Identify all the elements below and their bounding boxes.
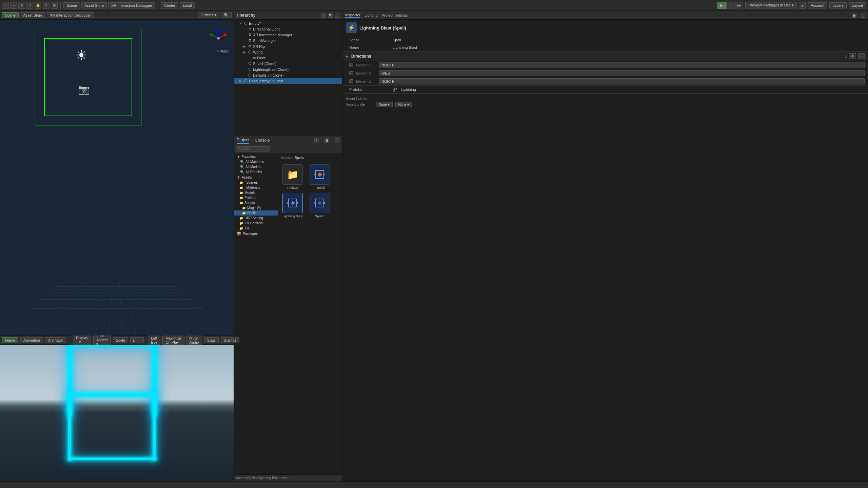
models-folder[interactable]: 📁 Models <box>234 190 278 195</box>
xr-folder[interactable]: 📁 XR <box>234 226 278 231</box>
project-add-btn[interactable]: + <box>314 138 319 143</box>
element-1-checkbox[interactable] <box>349 71 353 75</box>
asset-store-view-tab[interactable]: Asset Store <box>20 12 45 18</box>
hierarchy-item-floor[interactable]: ▭ Floor <box>234 55 342 61</box>
hierarchy-more-btn[interactable]: ⋮ <box>335 13 339 18</box>
xrrig-icon: ⚙ <box>248 44 252 48</box>
toolbar-icon-2[interactable]: ↔ <box>10 2 17 9</box>
asset-store-tab[interactable]: Asset Store <box>81 2 107 8</box>
animation-tab[interactable]: Animation <box>20 337 43 343</box>
element-2-value[interactable]: NORTH <box>379 78 865 84</box>
project-lock-btn[interactable]: 🔒 <box>324 138 329 143</box>
breadcrumb-spells[interactable]: Spells <box>295 156 304 160</box>
vr-folder[interactable]: 📁 VR Controls <box>234 221 278 226</box>
element-2-checkbox[interactable] <box>349 79 353 83</box>
prefabs-folder[interactable]: 📁 Prefabs <box>234 195 278 200</box>
xr-debugger-tab[interactable]: XR Interaction Debugger <box>108 2 155 8</box>
scene-tab[interactable]: Scene <box>63 2 80 8</box>
element-1-value[interactable]: WEST <box>379 70 865 76</box>
mute-audio-btn[interactable]: Mute Audio <box>186 335 202 345</box>
maximize-on-play-btn[interactable]: Maximize On Play <box>162 335 184 345</box>
project-search-input[interactable] <box>236 146 270 151</box>
all-models-label: All Models <box>245 165 261 169</box>
asset-item-splash[interactable]: Splash <box>308 193 332 218</box>
spells-folder[interactable]: 📁 Spells <box>234 210 278 216</box>
toolbar-icon-7[interactable]: ⊞ <box>51 2 58 9</box>
hierarchy-item-empty[interactable]: ▼ ⬡ Empty* <box>234 20 342 26</box>
local-btn[interactable]: Local <box>180 2 195 8</box>
asset-item-prefabs[interactable]: 📁 Prefabs <box>281 164 304 189</box>
play-button[interactable]: ▶ <box>717 2 726 9</box>
inspector-tab[interactable]: Inspector <box>345 13 360 18</box>
scripts-folder[interactable]: 📁 Scripts <box>234 200 278 205</box>
center-btn[interactable]: Center <box>161 2 178 8</box>
all-prefabs-folder[interactable]: 🔍 All Prefabs <box>234 169 278 175</box>
directions-header[interactable]: ▶ Directions 3 + - <box>342 52 868 61</box>
hierarchy-item-splash[interactable]: ⬡ Splash(Clone) <box>234 61 342 66</box>
pause-button[interactable]: ⏸ <box>726 2 734 9</box>
inspector-tabs: Inspector Lighting Project Settings 🔒 ⋮ <box>342 11 868 20</box>
asset-item-fireball[interactable]: Fireball <box>308 164 332 189</box>
game-canvas[interactable] <box>0 345 234 481</box>
lighting-tab[interactable]: Lighting <box>364 13 378 17</box>
hierarchy-item-spellmgr[interactable]: ⚙ SpellManager <box>234 38 342 43</box>
toolbar-right: Preview Packages in Use ▾ ☁ Account Laye… <box>745 2 866 9</box>
hierarchy-item-xrrig[interactable]: ▶ ⚙ XR Rig <box>234 43 342 49</box>
hierarchy-item-dontdestroy[interactable]: ▶ ⬡ DontDestroyOnLoad <box>234 78 342 84</box>
toolbar-icon-6[interactable]: ↺ <box>43 2 50 9</box>
materials-folder[interactable]: 📁 _Materials <box>234 185 278 190</box>
hierarchy-item-xrmgr[interactable]: ⚙ XR Interaction Manager <box>234 32 342 38</box>
hierarchy-add-btn[interactable]: + <box>321 13 326 18</box>
preview-dropdown[interactable]: Preview Packages in Use ▾ <box>745 2 797 8</box>
inspector-more-btn[interactable]: ⋮ <box>861 13 865 18</box>
scene-canvas[interactable]: ☀ 📷 < Persp <box>0 20 234 336</box>
element-0-value[interactable]: NORTH <box>379 62 865 68</box>
cloud-icon[interactable]: ☁ <box>799 2 806 9</box>
packages-folder[interactable]: 📦 Packages <box>234 231 278 237</box>
all-models-folder[interactable]: 🔍 All Models <box>234 164 278 169</box>
stats-btn[interactable]: Stats <box>204 337 219 343</box>
layers-btn[interactable]: Layers <box>829 2 847 8</box>
project-tab[interactable]: Project <box>237 138 249 144</box>
breadcrumb-assets[interactable]: Assets <box>281 156 291 160</box>
xr-debug-view-tab[interactable]: XR Interaction Debugger <box>47 12 94 18</box>
all-materials-folder[interactable]: 🔍 All Materials <box>234 159 278 164</box>
pref-label: Prefabs <box>244 196 256 200</box>
hierarchy-item-dirlight[interactable]: ☀ Directional Light <box>234 26 342 32</box>
console-tab[interactable]: Console <box>255 138 270 143</box>
directions-add-btn[interactable]: + <box>849 53 856 59</box>
hierarchy-search-btn[interactable]: 🔍 <box>328 13 333 18</box>
hierarchy-item-world[interactable]: ▶ ⬡ World <box>234 49 342 55</box>
magic-folder[interactable]: 📁 Magic Sy <box>234 205 278 210</box>
project-settings-tab[interactable]: Project Settings <box>382 13 408 17</box>
scenes-folder[interactable]: 📁 _Scenes <box>234 180 278 185</box>
toolbar-icon-4[interactable]: ⤢ <box>26 2 33 9</box>
display-dropdown[interactable]: Display 1 ▾ <box>73 335 91 345</box>
asset-item-lightning[interactable]: Lightning Blast <box>281 193 304 218</box>
scene-view-tab[interactable]: Scene <box>2 12 19 18</box>
variant-dropdown[interactable]: None ▾ <box>395 102 412 107</box>
asset-bundle-dropdown[interactable]: None ▾ <box>376 102 393 107</box>
project-more-btn[interactable]: ⋮ <box>335 138 339 143</box>
account-btn[interactable]: Account <box>808 2 827 8</box>
hierarchy-item-defaults[interactable]: ⬡ Defaults.ini(Clone) <box>234 72 342 78</box>
left-eye-btn[interactable]: Left Eye <box>148 335 160 345</box>
game-tab[interactable]: Game <box>2 337 18 343</box>
element-0-checkbox[interactable] <box>349 63 353 67</box>
inspector-lock-btn[interactable]: 🔒 <box>852 13 856 18</box>
step-button[interactable]: ⏭ <box>735 2 743 9</box>
toolbar-icon-1[interactable]: ⬛ <box>2 2 9 9</box>
directions-remove-btn[interactable]: - <box>858 53 865 59</box>
scene-search-btn[interactable]: 🔍 <box>221 12 232 18</box>
assets-folder[interactable]: ▼ Assets <box>234 175 278 180</box>
toolbar-icon-5[interactable]: ✋ <box>35 2 41 9</box>
gizmos-btn[interactable]: Gizmos ▾ <box>198 12 219 18</box>
urp-folder[interactable]: 📁 URP Setting <box>234 216 278 221</box>
scale-input[interactable] <box>130 337 144 343</box>
favorites-folder[interactable]: ▼ Favorites <box>234 154 278 159</box>
toolbar-icon-3[interactable]: ⊕ <box>18 2 25 9</box>
layout-btn[interactable]: Layout <box>849 2 866 8</box>
hierarchy-panel: Hierarchy + 🔍 ⋮ ▼ ⬡ Empty* ☀ Directional… <box>234 11 342 136</box>
hierarchy-item-lightning[interactable]: ⬡ LightningBlast(Clone) <box>234 66 342 72</box>
animator-tab[interactable]: Animator <box>45 337 66 343</box>
